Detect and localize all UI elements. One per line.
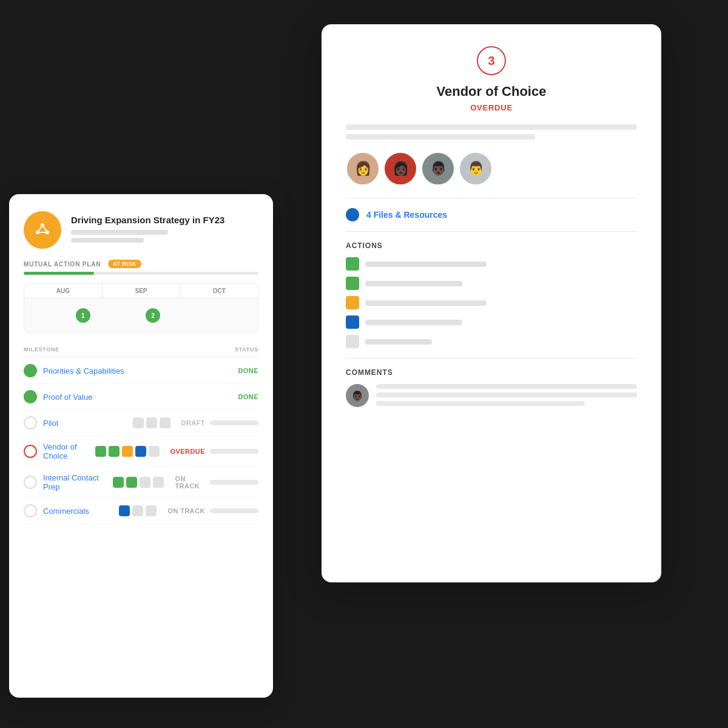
actions-label: ACTIONS bbox=[346, 241, 637, 250]
comments-label: COMMENTS bbox=[346, 368, 637, 377]
action-text-placeholder bbox=[365, 300, 487, 306]
milestone-name[interactable]: Commercials bbox=[43, 507, 89, 516]
table-row[interactable]: Proof of Value DONE bbox=[24, 384, 258, 410]
action-row bbox=[346, 277, 637, 290]
milestone-status: ON TRACK bbox=[167, 507, 205, 514]
milestone-text-placeholder bbox=[210, 508, 258, 513]
files-row[interactable]: 4 Files & Resources bbox=[346, 208, 637, 221]
milestone-icon-green bbox=[24, 364, 37, 377]
action-text-placeholder bbox=[365, 339, 432, 345]
milestone-left: Internal Contact Prep bbox=[24, 473, 113, 491]
action-row bbox=[346, 335, 637, 348]
avatar: 👩🏿 bbox=[383, 152, 417, 186]
action-dots bbox=[113, 477, 164, 488]
step-number: 3 bbox=[488, 54, 494, 68]
desc-line-2 bbox=[346, 134, 535, 140]
milestone-name[interactable]: Proof of Value bbox=[43, 393, 92, 402]
comment-line bbox=[376, 401, 585, 406]
milestone-name[interactable]: Pilot bbox=[43, 419, 58, 428]
action-dot-gray bbox=[153, 477, 164, 488]
files-link[interactable]: 4 Files & Resources bbox=[366, 210, 447, 220]
milestone-text-placeholder bbox=[210, 480, 258, 485]
col-status: STATUS bbox=[235, 346, 258, 352]
action-dot-green bbox=[95, 446, 106, 457]
project-subtitle-lines bbox=[71, 230, 224, 243]
avatar: 👨🏿 bbox=[421, 152, 455, 186]
step-circle: 3 bbox=[477, 46, 506, 75]
milestone-left: Priorities & Capabilities bbox=[24, 364, 124, 377]
action-dot-green bbox=[113, 477, 124, 488]
action-dot-gray bbox=[146, 505, 157, 516]
month-sep: SEP bbox=[103, 284, 181, 298]
milestone-icon-empty bbox=[24, 504, 37, 517]
milestone-right: DONE bbox=[238, 393, 258, 400]
milestone-icon-empty bbox=[24, 416, 37, 430]
milestone-icon-empty bbox=[24, 476, 37, 489]
progress-bar bbox=[24, 272, 258, 275]
action-indicator-green bbox=[346, 277, 359, 290]
action-dot-gray bbox=[133, 417, 144, 428]
avatar: 👨 bbox=[459, 152, 493, 186]
back-header: Driving Expansion Strategy in FY23 bbox=[24, 211, 258, 249]
action-dots bbox=[95, 446, 160, 457]
comment-line bbox=[376, 384, 637, 389]
avatar: 👩 bbox=[346, 152, 380, 186]
milestone-icon-red bbox=[24, 445, 37, 458]
milestone-left: Pilot bbox=[24, 416, 58, 430]
back-card: Driving Expansion Strategy in FY23 MUTUA… bbox=[9, 194, 273, 698]
commenter-avatar: 👨🏿 bbox=[346, 384, 369, 407]
milestone-left: Vendor of Choice bbox=[24, 442, 95, 460]
milestone-status: ON TRACK bbox=[175, 475, 205, 490]
project-title: Driving Expansion Strategy in FY23 bbox=[71, 214, 224, 226]
comment-lines bbox=[376, 384, 637, 410]
table-row[interactable]: Internal Contact Prep ON TRACK bbox=[24, 467, 258, 498]
front-card: 3 Vendor of Choice OVERDUE 👩 👩🏿 👨🏿 👨 4 F… bbox=[322, 24, 661, 582]
table-row[interactable]: Pilot DRAFT bbox=[24, 410, 258, 436]
milestone-name[interactable]: Vendor of Choice bbox=[43, 442, 95, 460]
milestone-name[interactable]: Internal Contact Prep bbox=[43, 473, 113, 491]
desc-line-1 bbox=[346, 124, 637, 130]
action-dot-green bbox=[126, 477, 137, 488]
map-label-row: MUTUAL ACTION PLAN AT RISK bbox=[24, 260, 258, 268]
milestone-right: ON TRACK bbox=[119, 505, 258, 516]
at-risk-badge: AT RISK bbox=[108, 260, 141, 268]
action-indicator-yellow bbox=[346, 296, 359, 309]
table-row[interactable]: Commercials ON TRACK bbox=[24, 498, 258, 524]
table-row[interactable]: Priorities & Capabilities DONE bbox=[24, 358, 258, 384]
action-text-placeholder bbox=[365, 261, 487, 267]
back-title-block: Driving Expansion Strategy in FY23 bbox=[71, 214, 224, 246]
milestone-text-placeholder bbox=[210, 449, 258, 454]
comment-line bbox=[376, 393, 637, 397]
map-section: MUTUAL ACTION PLAN AT RISK bbox=[24, 260, 258, 275]
avatars-row: 👩 👩🏿 👨🏿 👨 bbox=[346, 152, 637, 186]
action-text-placeholder bbox=[365, 281, 462, 286]
month-aug: AUG bbox=[24, 284, 103, 298]
action-dot-gray bbox=[140, 477, 150, 488]
files-icon bbox=[346, 208, 359, 221]
milestone-table: MILESTONE STATUS Priorities & Capabiliti… bbox=[24, 343, 258, 524]
action-row bbox=[346, 315, 637, 329]
comment-row: 👨🏿 bbox=[346, 384, 637, 410]
milestone-status: DONE bbox=[238, 393, 258, 400]
action-dot-green bbox=[109, 446, 120, 457]
milestone-status: OVERDUE bbox=[170, 448, 205, 455]
timeline-dot-1: 1 bbox=[76, 308, 90, 323]
milestone-status: DONE bbox=[238, 367, 258, 374]
map-label: MUTUAL ACTION PLAN bbox=[24, 261, 101, 268]
svg-point-0 bbox=[33, 220, 52, 240]
progress-bar-fill bbox=[24, 272, 94, 275]
action-dots bbox=[133, 417, 170, 428]
action-indicator-gray bbox=[346, 335, 359, 348]
timeline-dot-2: 2 bbox=[146, 308, 160, 323]
action-dot-blue bbox=[119, 505, 130, 516]
action-dot-blue bbox=[135, 446, 146, 457]
milestone-right: ON TRACK bbox=[113, 475, 258, 490]
milestone-name[interactable]: Priorities & Capabilities bbox=[43, 366, 124, 376]
month-oct: OCT bbox=[180, 284, 258, 298]
action-indicator-blue bbox=[346, 315, 359, 329]
table-row[interactable]: Vendor of Choice OVERDUE bbox=[24, 436, 258, 467]
milestone-left: Commercials bbox=[24, 504, 89, 517]
divider bbox=[346, 198, 637, 198]
action-dot-gray bbox=[146, 417, 157, 428]
front-title: Vendor of Choice bbox=[346, 84, 637, 99]
